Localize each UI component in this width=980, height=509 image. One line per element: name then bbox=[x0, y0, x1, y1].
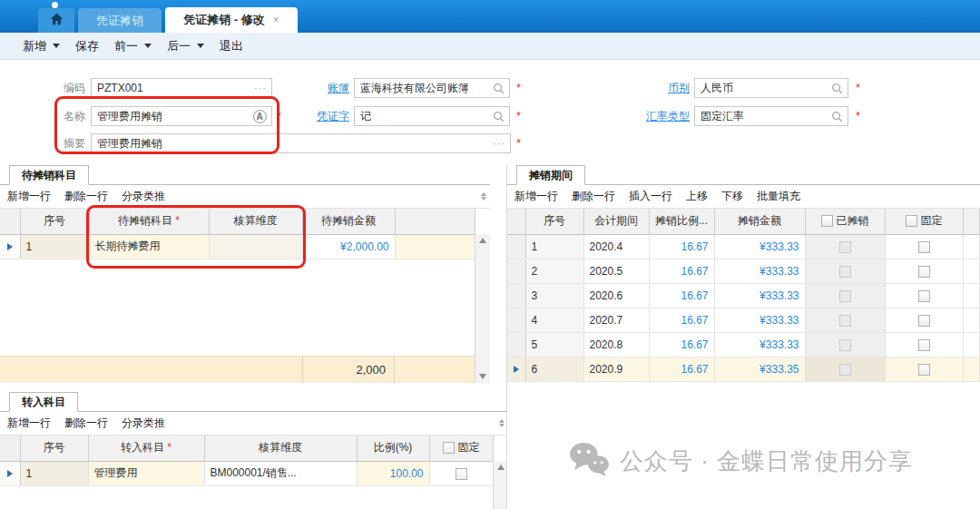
fixed-checkbox[interactable] bbox=[918, 339, 930, 351]
amount-cell[interactable]: ¥2,000.00 bbox=[302, 234, 395, 259]
ratio-cell[interactable]: 16.67 bbox=[649, 357, 714, 381]
search-icon[interactable] bbox=[831, 107, 843, 125]
amount-cell[interactable]: ¥333.35 bbox=[714, 357, 805, 381]
add-row-button[interactable]: 新增一行 bbox=[7, 189, 51, 204]
ratio-cell[interactable]: 16.67 bbox=[649, 259, 714, 283]
period-cell[interactable]: 2020.6 bbox=[583, 283, 649, 308]
table-row-selected[interactable]: 6 2020.9 16.67 ¥333.35 bbox=[507, 357, 979, 381]
entry-analogy-button[interactable]: 分录类推 bbox=[122, 189, 165, 204]
fixed-header-checkbox[interactable] bbox=[906, 215, 917, 227]
fixed-checkbox[interactable] bbox=[918, 315, 930, 327]
entry-analogy-button[interactable]: 分录类推 bbox=[122, 416, 165, 431]
amount-cell[interactable]: ¥333.33 bbox=[714, 283, 805, 308]
table-row[interactable]: 1 2020.4 16.67 ¥333.33 bbox=[507, 234, 979, 259]
dropdown-caret-icon[interactable] bbox=[53, 44, 60, 48]
ratio-cell[interactable]: 100.00 bbox=[357, 461, 429, 485]
row-marker-header bbox=[507, 209, 525, 234]
rate-type-input[interactable] bbox=[695, 108, 848, 126]
period-cell[interactable]: 2020.9 bbox=[583, 357, 649, 381]
search-icon[interactable] bbox=[493, 107, 505, 125]
voucher-word-input[interactable] bbox=[355, 108, 509, 126]
new-button[interactable]: 新增 bbox=[23, 38, 60, 54]
vertical-scrollbar[interactable] bbox=[475, 234, 490, 383]
ratio-cell[interactable]: 16.67 bbox=[649, 283, 714, 308]
move-up-button[interactable]: 上移 bbox=[686, 189, 708, 204]
amount-cell[interactable]: ¥333.33 bbox=[714, 308, 805, 332]
more-icon[interactable]: ··· bbox=[493, 134, 505, 152]
amount-cell[interactable]: ¥333.33 bbox=[714, 259, 805, 283]
dropdown-caret-icon[interactable] bbox=[144, 44, 152, 48]
insert-row-button[interactable]: 插入一行 bbox=[629, 189, 672, 204]
currency-label-link[interactable]: 币别 bbox=[635, 78, 690, 98]
sort-icon[interactable] bbox=[481, 192, 486, 201]
table-row[interactable]: 1 管理费用 BM000001/销售... 100.00 bbox=[0, 461, 493, 485]
required-mark: * bbox=[167, 441, 172, 454]
next-button[interactable]: 后一 bbox=[167, 38, 204, 54]
fixed-checkbox[interactable] bbox=[918, 241, 930, 253]
book-input[interactable] bbox=[355, 80, 509, 98]
table-row[interactable]: 2 2020.5 16.67 ¥333.33 bbox=[507, 259, 979, 283]
table-row[interactable]: 3 2020.6 16.67 ¥333.33 bbox=[507, 283, 979, 308]
fixed-checkbox[interactable] bbox=[918, 266, 930, 278]
amount-cell[interactable]: ¥333.33 bbox=[714, 234, 805, 259]
tab-pending-subjects[interactable]: 待摊销科目 bbox=[9, 165, 89, 185]
fixed-header-checkbox[interactable] bbox=[443, 442, 455, 454]
fixed-cell bbox=[885, 308, 963, 332]
fixed-checkbox[interactable] bbox=[456, 468, 467, 480]
watermark-text: 公众号 · 金蝶日常使用分享 bbox=[620, 445, 913, 477]
delete-row-button[interactable]: 删除一行 bbox=[64, 189, 108, 204]
code-input[interactable] bbox=[92, 79, 271, 97]
save-button[interactable]: 保存 bbox=[75, 38, 99, 54]
ratio-cell[interactable]: 16.67 bbox=[649, 308, 714, 332]
rate-type-label-link[interactable]: 汇率类型 bbox=[624, 106, 690, 126]
move-down-button[interactable]: 下移 bbox=[721, 189, 743, 204]
delete-row-button[interactable]: 删除一行 bbox=[64, 416, 108, 431]
tab-home[interactable] bbox=[38, 8, 74, 33]
exit-button[interactable]: 退出 bbox=[220, 38, 243, 54]
fixed-checkbox[interactable] bbox=[918, 290, 930, 302]
fixed-cell bbox=[885, 332, 963, 357]
tab-label: 凭证摊销 - 修改 bbox=[183, 12, 265, 28]
ratio-cell[interactable]: 16.67 bbox=[649, 234, 714, 259]
period-cell[interactable]: 2020.7 bbox=[583, 308, 649, 332]
more-icon[interactable]: ··· bbox=[254, 79, 267, 97]
currency-input[interactable] bbox=[695, 80, 848, 98]
row-marker-header bbox=[0, 209, 20, 234]
delete-row-button[interactable]: 删除一行 bbox=[572, 189, 615, 204]
tab-transfer-subjects[interactable]: 转入科目 bbox=[9, 392, 78, 412]
table-row[interactable]: 4 2020.7 16.67 ¥333.33 bbox=[507, 308, 979, 332]
scroll-up-icon[interactable] bbox=[479, 238, 486, 243]
add-row-button[interactable]: 新增一行 bbox=[514, 189, 558, 204]
voucher-word-label-link[interactable]: 凭证字 bbox=[284, 106, 349, 126]
book-label-link[interactable]: 账簿 bbox=[295, 78, 349, 98]
scroll-up-icon[interactable] bbox=[497, 465, 505, 470]
scroll-down-icon[interactable] bbox=[479, 374, 486, 379]
row-marker bbox=[507, 234, 525, 259]
amortized-header-checkbox[interactable] bbox=[821, 215, 833, 227]
previous-button[interactable]: 前一 bbox=[114, 38, 152, 54]
subject-cell[interactable]: 管理费用 bbox=[88, 461, 204, 485]
filler-cell bbox=[395, 234, 475, 259]
required-mark: * bbox=[516, 133, 521, 153]
dropdown-caret-icon[interactable] bbox=[197, 44, 204, 48]
fixed-checkbox[interactable] bbox=[918, 364, 930, 376]
voucher-word-field-box bbox=[354, 106, 510, 126]
search-icon[interactable] bbox=[831, 79, 843, 97]
dimension-cell[interactable]: BM000001/销售... bbox=[204, 461, 357, 485]
period-cell[interactable]: 2020.8 bbox=[583, 332, 649, 357]
search-icon[interactable] bbox=[493, 79, 505, 97]
add-row-button[interactable]: 新增一行 bbox=[7, 416, 51, 431]
period-cell[interactable]: 2020.5 bbox=[583, 259, 649, 283]
batch-fill-button[interactable]: 批量填充 bbox=[757, 189, 800, 204]
tab-amortization-periods[interactable]: 摊销期间 bbox=[516, 165, 585, 185]
period-cell[interactable]: 2020.4 bbox=[583, 234, 649, 259]
sort-icon[interactable] bbox=[499, 419, 505, 427]
currency-field-box bbox=[694, 78, 848, 98]
amount-cell[interactable]: ¥333.33 bbox=[714, 332, 805, 357]
tab-voucher-amortization[interactable]: 凭证摊销 bbox=[78, 8, 162, 33]
tab-voucher-amortization-edit[interactable]: 凭证摊销 - 修改 × bbox=[165, 7, 298, 33]
table-row[interactable]: 5 2020.8 16.67 ¥333.33 bbox=[507, 332, 979, 357]
col-amortized: 已摊销 bbox=[805, 209, 885, 234]
close-icon[interactable]: × bbox=[273, 14, 279, 26]
ratio-cell[interactable]: 16.67 bbox=[649, 332, 714, 357]
